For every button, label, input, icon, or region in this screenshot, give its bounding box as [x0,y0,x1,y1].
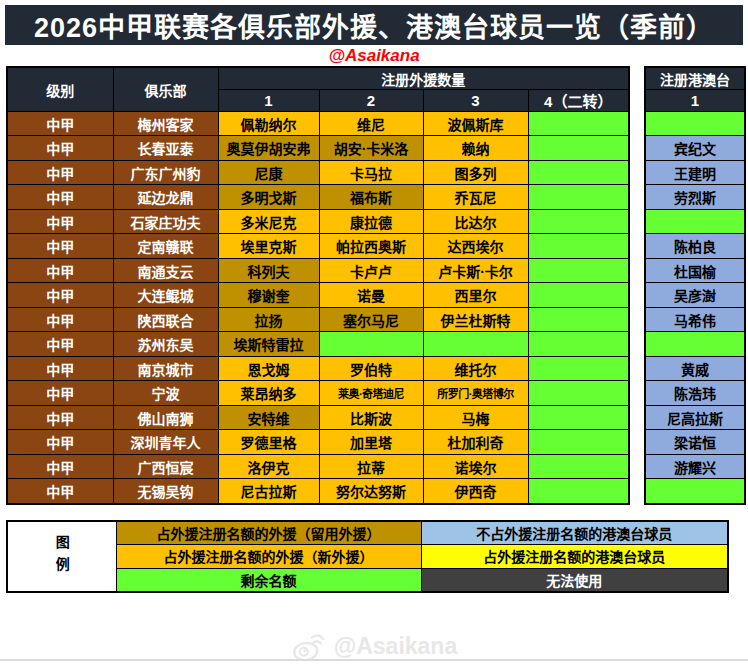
table-row: 中甲大连鲲城穆谢奎诺曼西里尔 [7,283,629,307]
hk-player-cell: 王建明 [645,160,745,184]
player-cell: 莱奥·奇塔迪尼 [319,381,423,405]
level-cell: 中甲 [7,209,113,233]
club-cell: 宁波 [113,381,218,405]
player-cell: 波佩斯库 [423,112,528,136]
player-cell: 拉蒂 [319,454,423,478]
level-cell: 中甲 [7,430,113,454]
empty-slot-cell [645,112,745,136]
hk-table-row [645,332,745,356]
col-header-foreign-2: 2 [319,90,423,112]
club-cell: 广东广州豹 [113,160,218,184]
club-cell: 陕西联合 [113,307,218,331]
player-cell: 赖纳 [423,136,528,160]
player-cell: 穆谢奎 [218,283,319,307]
col-header-hk-1: 1 [645,90,745,112]
empty-slot-cell [528,430,629,454]
table-row: 中甲广东广州豹尼康卡马拉图多列 [7,160,629,184]
empty-slot-cell [528,112,629,136]
player-cell: 伊西奇 [423,479,528,504]
player-cell: 科列夫 [218,258,319,282]
player-cell: 帕拉西奥斯 [319,234,423,258]
empty-slot-cell [528,332,629,356]
legend-row: 占外援注册名额的外援（新外援）占外援注册名额的港澳台球员 [7,545,728,568]
author-handle: @Asaikana [0,46,748,66]
legend-row: 剩余名额无法使用 [7,568,728,592]
level-cell: 中甲 [7,136,113,160]
table-row: 中甲石家庄功夫多米尼克康拉德比达尔 [7,209,629,233]
player-cell: 乔瓦尼 [423,185,528,209]
club-cell: 长春亚泰 [113,136,218,160]
player-cell: 所罗门·奥塔博尔 [423,381,528,405]
player-cell: 恩戈姆 [218,356,319,380]
table-row: 中甲延边龙鼎多明戈斯福布斯乔瓦尼 [7,185,629,209]
club-cell: 佛山南狮 [113,405,218,429]
table-row: 中甲无锡吴钩尼古拉斯努尔达努斯伊西奇 [7,479,629,504]
bottom-divider [0,659,748,661]
player-cell: 胡安·卡米洛 [319,136,423,160]
level-cell: 中甲 [7,454,113,478]
level-cell: 中甲 [7,479,113,504]
empty-slot-cell [528,307,629,331]
player-cell: 尼古拉斯 [218,479,319,504]
col-header-foreign-3: 3 [423,90,528,112]
roster-tables: 级别 俱乐部 注册外援数量 1234（二转） 中甲梅州客家佩勒纳尔维尼波佩斯库中… [6,66,746,505]
table-row: 中甲苏州东吴埃斯特雷拉 [7,332,629,356]
player-cell: 塞尔马尼 [319,307,423,331]
hk-table-row: 宾纪文 [645,136,745,160]
foreign-players-table: 级别 俱乐部 注册外援数量 1234（二转） 中甲梅州客家佩勒纳尔维尼波佩斯库中… [6,66,630,505]
player-cell: 诺曼 [319,283,423,307]
player-cell: 罗德里格 [218,430,319,454]
empty-slot-cell [645,332,745,356]
hk-table-row: 马希伟 [645,307,745,331]
hk-player-cell: 尼高拉斯 [645,405,745,429]
player-cell: 维托尔 [423,356,528,380]
table-row: 中甲佛山南狮安特维比斯波马梅 [7,405,629,429]
player-cell: 康拉德 [319,209,423,233]
empty-slot-cell [528,454,629,478]
empty-slot-cell [528,160,629,184]
hk-player-cell: 陈浩玮 [645,381,745,405]
legend-item: 占外援注册名额的港澳台球员 [421,545,728,568]
player-cell: 卢卡斯·卡尔 [423,258,528,282]
player-cell: 埃里克斯 [218,234,319,258]
col-header-foreign-4: 4（二转） [528,90,629,112]
club-cell: 石家庄功夫 [113,209,218,233]
empty-slot-cell [528,209,629,233]
player-cell: 维尼 [319,112,423,136]
level-cell: 中甲 [7,234,113,258]
hk-players-table: 注册港澳台 1 宾纪文王建明劳烈斯陈柏良杜国榆吴彦澍马希伟黄威陈浩玮尼高拉斯梁诺… [644,66,746,505]
table-row: 中甲陕西联合拉扬塞尔马尼伊兰杜斯特 [7,307,629,331]
empty-slot-cell [528,258,629,282]
player-cell: 卡卢卢 [319,258,423,282]
level-cell: 中甲 [7,332,113,356]
legend-label: 图例 [7,521,116,592]
level-cell: 中甲 [7,356,113,380]
legend-item: 占外援注册名额的外援（新外援） [116,545,421,568]
hk-player-cell: 吴彦澍 [645,283,745,307]
level-cell: 中甲 [7,185,113,209]
table-row: 中甲深圳青年人罗德里格加里塔杜加利奇 [7,430,629,454]
hk-player-cell: 陈柏良 [645,234,745,258]
page-title: 2026中甲联赛各俱乐部外援、港澳台球员一览（季前） [5,5,743,45]
empty-slot-cell [645,479,745,504]
empty-slot-cell [528,185,629,209]
empty-slot-cell [528,136,629,160]
club-cell: 定南赣联 [113,234,218,258]
player-cell: 西里尔 [423,283,528,307]
level-cell: 中甲 [7,258,113,282]
empty-slot-cell [528,405,629,429]
player-cell: 加里塔 [319,430,423,454]
player-cell: 佩勒纳尔 [218,112,319,136]
club-cell: 深圳青年人 [113,430,218,454]
level-cell: 中甲 [7,381,113,405]
hk-table-row: 王建明 [645,160,745,184]
player-cell: 伊兰杜斯特 [423,307,528,331]
col-header-foreign-group: 注册外援数量 [218,67,629,90]
legend-item: 剩余名额 [116,568,421,592]
player-cell: 比达尔 [423,209,528,233]
player-cell: 多米尼克 [218,209,319,233]
hk-table-row: 游耀兴 [645,454,745,478]
hk-table-row: 吴彦澍 [645,283,745,307]
club-cell: 梅州客家 [113,112,218,136]
table-row: 中甲长春亚泰奥莫伊胡安弗胡安·卡米洛赖纳 [7,136,629,160]
